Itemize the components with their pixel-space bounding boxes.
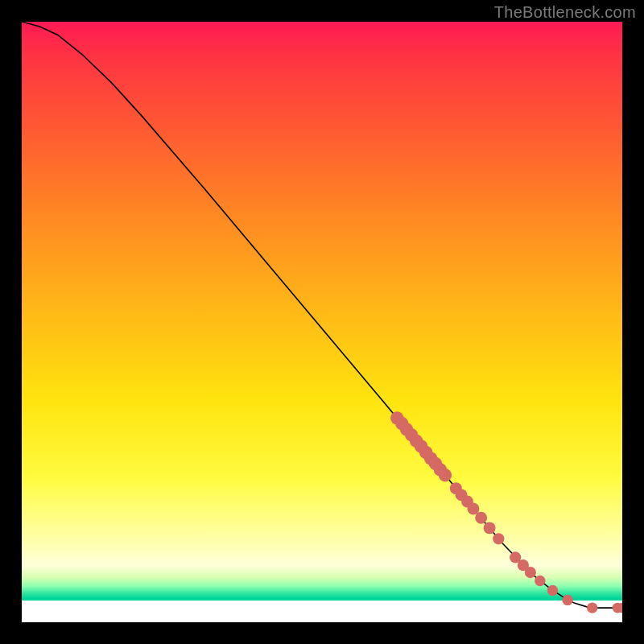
chart-dot	[562, 595, 572, 605]
chart-dot	[439, 469, 452, 481]
chart-dot	[535, 576, 545, 586]
chart-dot	[587, 602, 597, 613]
attribution-text: TheBottleneck.com	[494, 3, 636, 22]
chart-dot	[547, 585, 558, 596]
chart-dot	[493, 533, 504, 544]
page-root: TheBottleneck.com	[0, 0, 644, 644]
chart-dot	[484, 522, 496, 534]
chart-overlay-svg	[22, 22, 622, 622]
chart-dots	[390, 411, 622, 613]
plot-area	[22, 22, 622, 622]
chart-dot	[468, 503, 480, 515]
chart-dot	[525, 567, 536, 578]
chart-curve	[22, 22, 622, 608]
chart-dot	[475, 512, 487, 524]
